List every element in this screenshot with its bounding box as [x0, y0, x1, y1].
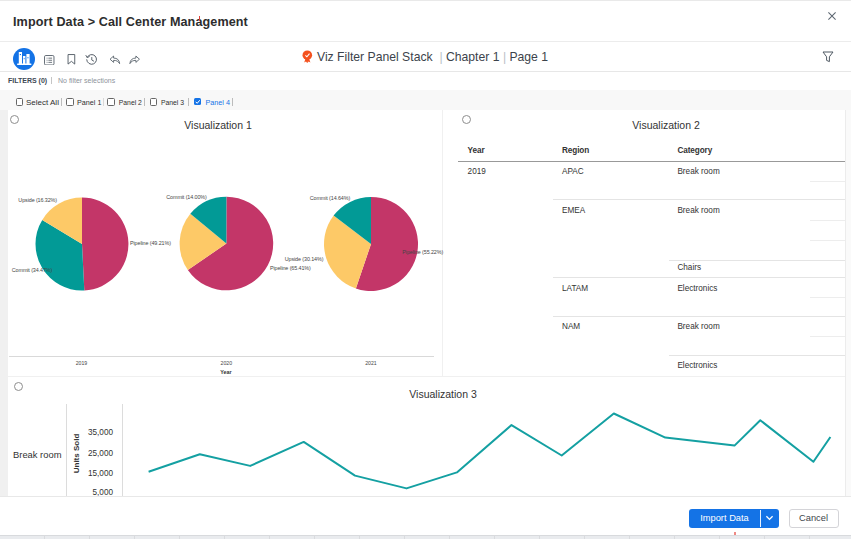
svg-text:Pipeline (65.41%): Pipeline (65.41%)	[270, 265, 311, 271]
svg-text:Upside (30.14%): Upside (30.14%)	[285, 256, 324, 262]
svg-text:Year: Year	[220, 369, 232, 375]
svg-text:2021: 2021	[365, 360, 377, 366]
svg-text:Commit (34.47%): Commit (34.47%)	[12, 267, 53, 273]
svg-text:Commit (14.64%): Commit (14.64%)	[310, 195, 351, 201]
svg-text:2020: 2020	[221, 360, 233, 366]
svg-text:Upside (16.32%): Upside (16.32%)	[18, 197, 57, 203]
svg-text:2019: 2019	[76, 360, 88, 366]
svg-text:Commit (14.00%): Commit (14.00%)	[166, 194, 207, 200]
svg-text:Pipeline (55.22%): Pipeline (55.22%)	[402, 249, 443, 255]
svg-text:Pipeline (49.21%): Pipeline (49.21%)	[130, 240, 171, 246]
